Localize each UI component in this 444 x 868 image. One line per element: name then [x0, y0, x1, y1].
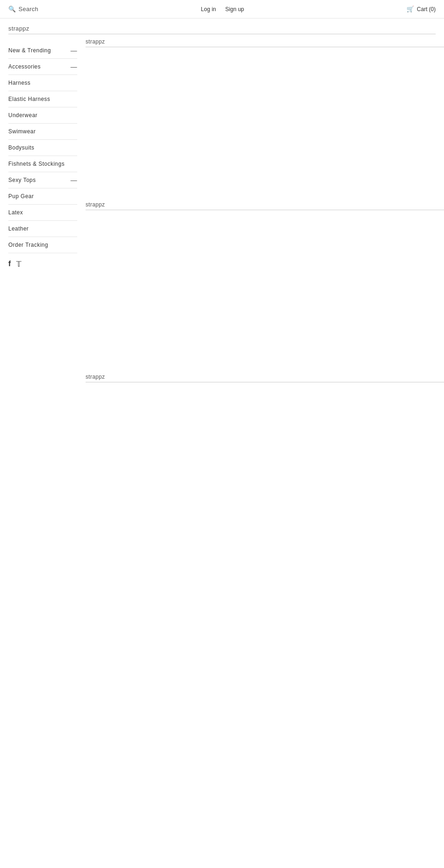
sidebar-item-order-tracking[interactable]: Order Tracking — [8, 237, 77, 253]
cart-icon: 🛒 — [407, 6, 414, 12]
empty-content-3 — [86, 383, 444, 707]
sidebar-item-label: Pup Gear — [8, 193, 34, 200]
content-section-3: strappz — [86, 373, 444, 382]
sidebar-item-label: New & Trending — [8, 47, 51, 54]
sidebar-item-accessories[interactable]: Accessories — — [8, 59, 77, 75]
sidebar-item-label: Accessories — [8, 63, 41, 70]
sidebar-item-label: Bodysuits — [8, 144, 34, 151]
twitter-icon[interactable]: 𝕋 — [16, 260, 21, 269]
cart-label[interactable]: Cart (0) — [417, 6, 436, 12]
empty-content-2 — [86, 211, 444, 373]
collapse-icon-sexy-tops: — — [71, 177, 77, 183]
sidebar-item-new-trending[interactable]: New & Trending — — [8, 43, 77, 59]
sidebar-item-label: Leather — [8, 225, 29, 232]
collapse-icon-new-trending: — — [71, 47, 77, 54]
sidebar-item-leather[interactable]: Leather — [8, 221, 77, 237]
header-center: Log in Sign up — [201, 6, 244, 12]
login-link[interactable]: Log in — [201, 6, 216, 12]
brand-label-3: strappz — [86, 371, 105, 381]
sidebar-item-label: Sexy Tops — [8, 177, 36, 183]
sidebar-item-bodysuits[interactable]: Bodysuits — [8, 140, 77, 156]
sidebar-item-latex[interactable]: Latex — [8, 205, 77, 221]
main-layout: New & Trending — Accessories — Harness E… — [0, 38, 444, 868]
sidebar-item-label: Order Tracking — [8, 242, 48, 248]
signup-link[interactable]: Sign up — [225, 6, 244, 12]
sidebar-item-swimwear[interactable]: Swimwear — [8, 124, 77, 140]
sidebar-item-fishnets[interactable]: Fishnets & Stockings — [8, 156, 77, 172]
brand-label-2: strappz — [86, 199, 105, 209]
sidebar-item-underwear[interactable]: Underwear — [8, 107, 77, 124]
content-section-1: strappz — [86, 38, 444, 47]
sidebar-item-label: Underwear — [8, 112, 37, 119]
store-logo[interactable]: strappz — [8, 25, 436, 34]
sidebar-item-harness[interactable]: Harness — [8, 75, 77, 91]
sidebar-item-label: Swimwear — [8, 128, 36, 135]
empty-content-1 — [86, 48, 444, 201]
content-area: strappz strappz strappz — [86, 38, 444, 868]
sidebar-item-elastic-harness[interactable]: Elastic Harness — [8, 91, 77, 107]
social-links: f𝕋 — [8, 253, 77, 269]
logo-bar: strappz — [0, 19, 444, 38]
empty-content-4 — [86, 707, 444, 868]
collapse-icon-accessories: — — [71, 63, 77, 70]
sidebar-item-label: Latex — [8, 209, 23, 216]
header-left: 🔍 Search — [8, 6, 38, 12]
sidebar-item-label: Elastic Harness — [8, 96, 50, 102]
search-label[interactable]: Search — [18, 6, 38, 12]
sidebar-item-sexy-tops[interactable]: Sexy Tops — — [8, 172, 77, 188]
header-right: 🛒 Cart (0) — [407, 6, 436, 12]
sidebar: New & Trending — Accessories — Harness E… — [0, 38, 86, 868]
sidebar-item-label: Fishnets & Stockings — [8, 161, 65, 167]
sidebar-item-pup-gear[interactable]: Pup Gear — [8, 188, 77, 205]
search-icon: 🔍 — [8, 6, 16, 12]
sidebar-item-label: Harness — [8, 80, 31, 86]
facebook-icon[interactable]: f — [8, 260, 11, 269]
header: 🔍 Search Log in Sign up 🛒 Cart (0) — [0, 0, 444, 19]
content-section-2: strappz — [86, 201, 444, 210]
brand-label-1: strappz — [86, 36, 105, 46]
